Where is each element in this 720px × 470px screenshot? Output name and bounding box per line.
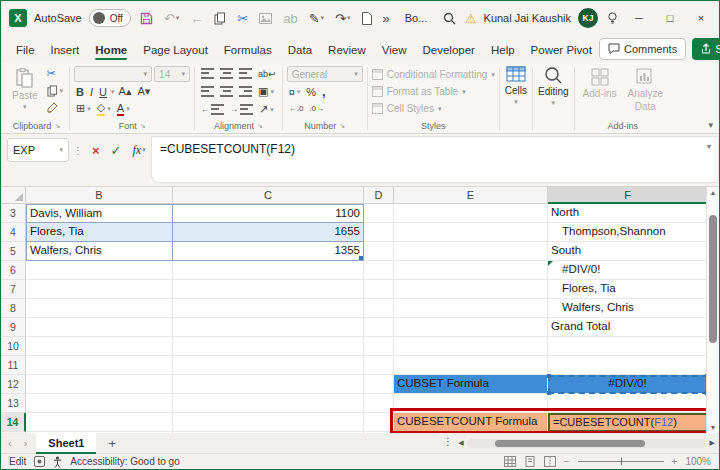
tab-help[interactable]: Help xyxy=(484,39,522,62)
editing-button[interactable]: Editing ▾ xyxy=(534,64,573,133)
more-commands-button[interactable]: » xyxy=(381,10,392,27)
minimize-button[interactable]: ─ xyxy=(627,7,651,29)
row-header-10[interactable]: 10 xyxy=(1,337,26,356)
addins-button[interactable]: Add-ins xyxy=(579,66,621,101)
redo-button[interactable]: ↷▾ xyxy=(333,10,352,27)
accounting-format-button[interactable]: ¤▾ xyxy=(287,84,303,99)
cell-c9[interactable] xyxy=(173,318,364,337)
cell-e8[interactable] xyxy=(394,299,548,318)
tab-page-layout[interactable]: Page Layout xyxy=(136,39,215,62)
vertical-scroll-thumb[interactable] xyxy=(709,215,717,343)
comments-button[interactable]: Comments xyxy=(599,38,686,60)
save-button[interactable] xyxy=(138,11,155,26)
zoom-slider-thumb[interactable] xyxy=(621,458,622,465)
align-bottom-button[interactable] xyxy=(237,66,254,81)
column-header-c[interactable]: C xyxy=(173,187,364,204)
cell-d5[interactable] xyxy=(364,242,394,261)
cell-d10[interactable] xyxy=(364,337,394,356)
cell-e4[interactable] xyxy=(394,223,548,242)
cell-f12[interactable]: #DIV/0! xyxy=(548,375,708,394)
scroll-left-icon[interactable]: ◀ xyxy=(458,439,463,447)
formula-bar-handle-icon[interactable]: ⋮ xyxy=(73,145,83,156)
cell-c13[interactable] xyxy=(173,394,364,413)
column-header-b[interactable]: B xyxy=(26,187,173,204)
cell-f14[interactable]: =CUBESETCOUNT(F12) xyxy=(548,413,708,432)
cell-f7[interactable]: Flores, Tia xyxy=(548,280,708,299)
row-header-5[interactable]: 5 xyxy=(1,242,26,261)
undo-button[interactable]: ↶▾ xyxy=(162,10,181,27)
cell-b7[interactable] xyxy=(26,280,173,299)
format-painter-button[interactable] xyxy=(45,100,61,115)
cut-button-ribbon[interactable]: ✂ xyxy=(45,66,58,81)
cell-f4[interactable]: Thompson,Shannon xyxy=(548,223,708,242)
cell-d3[interactable] xyxy=(364,204,394,223)
cell-d9[interactable] xyxy=(364,318,394,337)
cell-b4[interactable]: Flores, Tia xyxy=(26,223,173,242)
scroll-down-icon[interactable]: ▼ xyxy=(710,424,717,431)
cell-b13[interactable] xyxy=(26,394,173,413)
cell-f10[interactable] xyxy=(548,337,708,356)
zoom-in-icon[interactable]: + xyxy=(672,456,678,467)
new-document-button[interactable] xyxy=(360,11,374,26)
cell-f9[interactable]: Grand Total xyxy=(548,318,708,337)
bold-button[interactable]: B xyxy=(74,84,86,99)
copy-button-ribbon[interactable]: ▾ xyxy=(45,83,66,98)
accessibility-icon[interactable] xyxy=(53,456,62,468)
cell-e5[interactable] xyxy=(394,242,548,261)
column-header-d[interactable]: D xyxy=(364,187,394,204)
share-button[interactable]: Share ▾ xyxy=(692,38,720,60)
cell-d11[interactable] xyxy=(364,356,394,375)
paste-button[interactable]: Paste ▾ xyxy=(8,66,42,113)
maximize-button[interactable]: □ xyxy=(658,7,682,29)
close-button[interactable]: × xyxy=(689,7,713,29)
document-title[interactable]: Bo... xyxy=(405,12,428,24)
row-header-6[interactable]: 6 xyxy=(1,261,26,280)
cell-c3[interactable]: 1100 xyxy=(173,204,364,223)
column-header-e[interactable]: E xyxy=(394,187,548,204)
cell-b6[interactable] xyxy=(26,261,173,280)
enter-button[interactable]: ✓ xyxy=(109,142,124,159)
increase-font-button[interactable]: A▴ xyxy=(117,84,134,99)
cell-f6[interactable]: #DIV/0! xyxy=(548,261,708,280)
align-right-button[interactable] xyxy=(237,84,254,99)
borders-button[interactable]: ⊞▾ xyxy=(74,101,93,116)
cells-button[interactable]: Cells ▾ xyxy=(501,64,531,133)
page-break-view-icon[interactable] xyxy=(544,456,556,467)
cell-f3[interactable]: North xyxy=(548,204,708,223)
styles-item-conditional-formatting[interactable]: Conditional Formatting▾ xyxy=(372,66,495,83)
cell-d8[interactable] xyxy=(364,299,394,318)
draw-button[interactable]: ✎▾ xyxy=(307,10,326,27)
cell-e12[interactable]: CUBSET Formula xyxy=(394,375,548,394)
cell-e14[interactable]: CUBESETCOUNT Formula xyxy=(394,413,548,432)
warning-icon[interactable]: ⚠ xyxy=(465,11,477,26)
cell-c11[interactable] xyxy=(173,356,364,375)
insert-picture-button[interactable] xyxy=(257,12,274,25)
cell-e11[interactable] xyxy=(394,356,548,375)
scroll-right-icon[interactable]: ▶ xyxy=(710,439,715,447)
zoom-slider[interactable] xyxy=(578,461,664,462)
dialog-launcher-icon[interactable]: ↘ xyxy=(339,122,345,130)
row-header-7[interactable]: 7 xyxy=(1,280,26,299)
cell-b14[interactable] xyxy=(26,413,173,432)
tab-power-pivot[interactable]: Power Pivot xyxy=(524,39,599,62)
cell-f5[interactable]: South xyxy=(548,242,708,261)
cell-d7[interactable] xyxy=(364,280,394,299)
row-header-13[interactable]: 13 xyxy=(1,394,26,413)
styles-item-cell-styles[interactable]: Cell Styles▾ xyxy=(372,100,442,117)
horizontal-scroll-thumb[interactable] xyxy=(495,440,645,447)
tab-review[interactable]: Review xyxy=(321,39,373,62)
underline-button[interactable]: U xyxy=(97,84,109,99)
cell-b3[interactable]: Davis, William xyxy=(26,204,173,223)
merge-center-button[interactable]: ▣▾ xyxy=(256,84,276,99)
tab-home[interactable]: Home xyxy=(88,39,134,62)
cut-button[interactable]: ✂ xyxy=(235,10,250,27)
cell-c10[interactable] xyxy=(173,337,364,356)
cell-b5[interactable]: Walfers, Chris xyxy=(26,242,173,261)
italic-button[interactable]: I xyxy=(88,84,95,99)
cell-d6[interactable] xyxy=(364,261,394,280)
select-all-corner[interactable] xyxy=(1,187,26,204)
decrease-indent-button[interactable]: ← xyxy=(199,102,226,117)
cell-f13[interactable] xyxy=(548,394,708,413)
cell-b11[interactable] xyxy=(26,356,173,375)
row-header-8[interactable]: 8 xyxy=(1,299,26,318)
